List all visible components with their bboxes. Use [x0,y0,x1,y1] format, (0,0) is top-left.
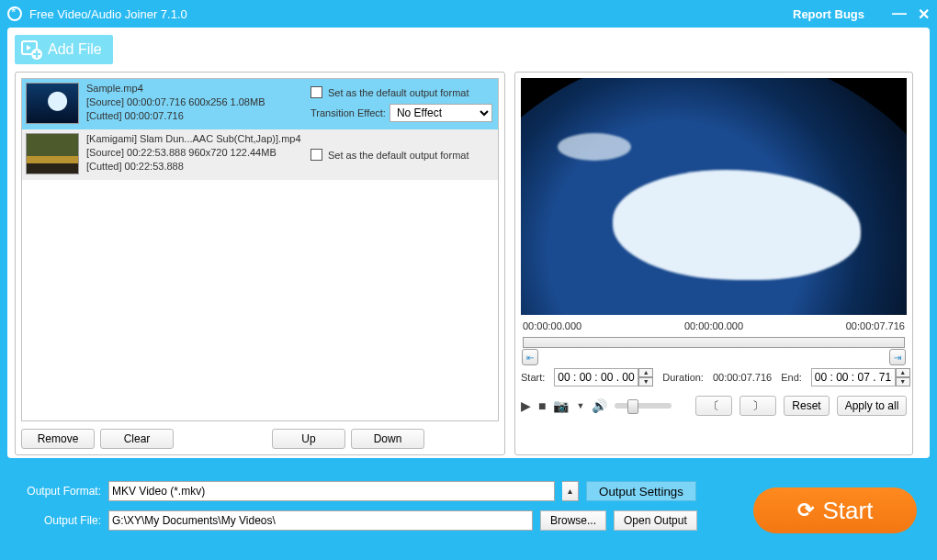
time-current: 00:00:00.000 [684,320,743,331]
app-logo-icon [7,6,22,21]
file-info: [Kamigami] Slam Dun...AAC Sub(Cht,Jap)].… [86,129,305,180]
open-output-button[interactable]: Open Output [614,510,697,531]
add-file-button[interactable]: Add File [15,35,113,64]
transition-select[interactable]: No Effect [389,104,492,122]
transition-label: Transition Effect: [310,107,386,118]
file-source: [Source] 00:00:07.716 600x256 1.08MB [86,95,305,109]
mark-out-button[interactable]: 〕 [739,396,776,416]
duration-value: 00:00:07.716 [713,372,772,383]
file-list[interactable]: Sample.mp4 [Source] 00:00:07.716 600x256… [21,78,499,421]
minimize-button[interactable]: — [892,6,907,22]
time-end: 00:00:07.716 [846,320,905,331]
playback-bar: ▶ ■ 📷 ▼ 🔊 〔 〕 Reset Apply to all [521,396,907,416]
volume-icon[interactable]: 🔊 [592,398,607,413]
output-file-label: Output File: [15,514,101,527]
start-button[interactable]: ⟳ Start [753,487,917,533]
down-button[interactable]: Down [351,429,424,449]
file-cutted: [Cutted] 00:22:53.888 [86,160,305,174]
workspace: Add File Sample.mp4 [Source] 00:00:07.71… [7,28,930,458]
snapshot-menu-icon[interactable]: ▼ [576,401,584,410]
file-name: Sample.mp4 [86,82,305,95]
output-format-dropdown-icon[interactable]: ▴ [562,481,579,501]
snapshot-icon[interactable]: 📷 [553,398,569,413]
bracket-start-handle[interactable]: ⇤ [522,349,538,365]
list-buttons: Remove Clear Up Down [21,429,499,449]
volume-slider[interactable] [615,403,672,409]
preview-panel: 00:00:00.000 00:00:00.000 00:00:07.716 ⇤… [514,72,913,455]
time-start: 00:00:00.000 [523,320,581,331]
output-file-field[interactable] [108,510,533,531]
video-preview[interactable] [521,78,907,315]
browse-button[interactable]: Browse... [540,510,606,531]
apply-all-button[interactable]: Apply to all [837,396,907,416]
add-file-icon [20,39,42,61]
default-format-label: Set as the default output format [328,150,468,161]
output-format-field[interactable] [108,481,555,501]
close-button[interactable]: ✕ [918,6,930,23]
time-labels: 00:00:00.000 00:00:00.000 00:00:07.716 [523,320,905,331]
time-edit-row: Start: ▲▼ Duration: 00:00:07.716 End: ▲▼ [521,368,907,386]
spin-up-icon[interactable]: ▲ [638,368,653,377]
start-input[interactable] [554,368,638,386]
start-label: Start: [521,372,545,383]
timeline-slider[interactable]: ⇤ ⇥ [523,337,905,348]
duration-label: Duration: [662,372,704,383]
spin-down-icon[interactable]: ▼ [896,377,910,386]
file-name: [Kamigami] Slam Dun...AAC Sub(Cht,Jap)].… [86,132,305,146]
default-format-checkbox[interactable] [310,86,322,98]
start-label: Start [823,497,874,525]
file-info: Sample.mp4 [Source] 00:00:07.716 600x256… [86,79,305,129]
end-label: End: [781,372,802,383]
output-format-label: Output Format: [15,485,101,498]
end-input[interactable] [811,368,896,386]
titlebar: Free Video/Audio Joiner 7.1.0 Report Bug… [0,0,937,28]
play-icon[interactable]: ▶ [521,398,531,413]
default-format-checkbox[interactable] [310,149,322,161]
file-row[interactable]: [Kamigami] Slam Dun...AAC Sub(Cht,Jap)].… [22,129,498,180]
mark-in-button[interactable]: 〔 [695,396,732,416]
stop-icon[interactable]: ■ [538,398,546,413]
report-bugs-link[interactable]: Report Bugs [793,7,864,21]
default-format-label: Set as the default output format [328,87,468,98]
app-title: Free Video/Audio Joiner 7.1.0 [29,7,187,21]
file-cutted: [Cutted] 00:00:07.716 [86,109,305,123]
remove-button[interactable]: Remove [21,429,95,449]
add-file-label: Add File [48,41,102,58]
footer: Output Format: ▴ Output Settings Output … [0,465,937,550]
file-list-panel: Sample.mp4 [Source] 00:00:07.716 600x256… [15,72,505,455]
output-settings-button[interactable]: Output Settings [586,481,696,501]
spin-up-icon[interactable]: ▲ [896,368,910,377]
spin-down-icon[interactable]: ▼ [638,377,653,386]
clear-button[interactable]: Clear [100,429,174,449]
refresh-icon: ⟳ [797,498,814,522]
file-thumbnail [26,133,79,174]
up-button[interactable]: Up [272,429,345,449]
file-source: [Source] 00:22:53.888 960x720 122.44MB [86,146,305,160]
file-row[interactable]: Sample.mp4 [Source] 00:00:07.716 600x256… [22,79,498,129]
reset-button[interactable]: Reset [784,396,830,416]
bracket-end-handle[interactable]: ⇥ [889,349,906,365]
file-thumbnail [26,83,79,124]
